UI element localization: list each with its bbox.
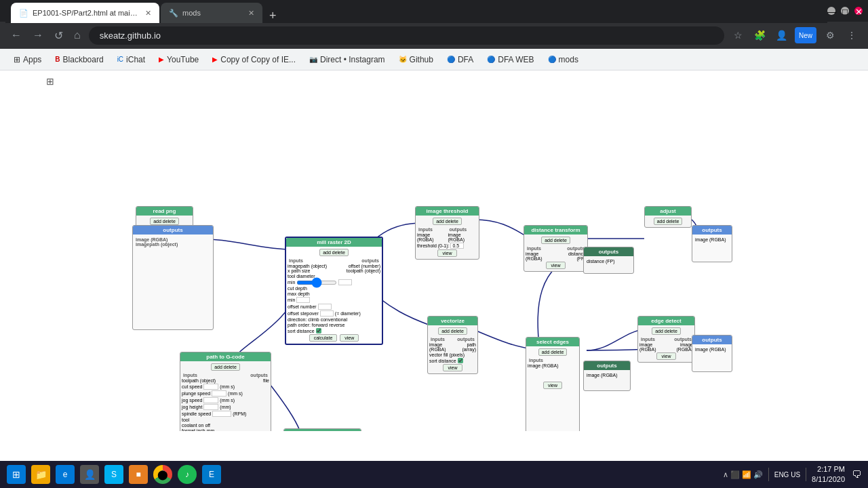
tab-close-icon-2[interactable]: ✕ — [248, 9, 254, 18]
extensions-icon[interactable]: 🧩 — [751, 27, 768, 43]
node-title-output-mid-right[interactable]: outputs — [692, 336, 732, 344]
node-title-output-top-right[interactable]: outputs — [692, 226, 732, 235]
read-png-add-delete-btn[interactable]: add delete — [150, 218, 179, 225]
notification-button[interactable]: 🗨 — [850, 468, 863, 481]
home-button[interactable]: ⌂ — [71, 26, 83, 44]
mill-min2-input[interactable] — [296, 297, 310, 303]
edge-button[interactable]: e — [54, 464, 76, 485]
node-title-dist-transform[interactable]: distance transform — [524, 226, 587, 235]
threshold-add-delete-btn[interactable]: add delete — [433, 218, 462, 225]
mill-sort-checkbox[interactable] — [316, 328, 321, 333]
tab-inactive[interactable]: 🔧 mods ✕ — [161, 3, 262, 23]
cut-speed-input[interactable] — [203, 384, 218, 390]
mill-raster-view-btn[interactable]: view — [340, 334, 359, 342]
dist-transform-view-btn[interactable]: view — [546, 262, 565, 269]
skype-button[interactable]: S — [103, 464, 125, 485]
tab-close-icon[interactable]: ✕ — [145, 9, 151, 18]
address-input[interactable] — [89, 26, 724, 45]
menu-icon[interactable]: ⋮ — [844, 27, 860, 43]
vectorize-sort-checkbox[interactable] — [458, 358, 463, 363]
node-output-top-right: outputs image (RGBA) — [692, 225, 732, 262]
new-tab-button[interactable]: + — [264, 9, 282, 23]
maximize-button[interactable]: □ — [841, 7, 849, 15]
vectorize-add-delete-btn[interactable]: add delete — [438, 327, 467, 335]
vectorize-view-btn[interactable]: view — [443, 364, 462, 371]
path-gcode-add-delete-btn[interactable]: add delete — [211, 363, 240, 371]
node-title-mill-raster[interactable]: mill raster 2D — [286, 238, 382, 247]
node-title-threshold[interactable]: image threshold — [416, 207, 479, 216]
grid-icon[interactable]: ⊞ — [46, 76, 54, 87]
jog-height-input[interactable] — [203, 404, 218, 410]
mill-raster-calc-btn[interactable]: calculate — [309, 334, 338, 342]
threshold-input[interactable] — [450, 243, 464, 249]
bookmark-dfaweb[interactable]: 🔵 DFA WEB — [481, 54, 539, 66]
threshold-view-btn[interactable]: view — [437, 249, 456, 257]
mill-raster-outputs: outputs offset (number) toolpath (object… — [347, 258, 380, 273]
node-title-read-png[interactable]: read png — [136, 207, 193, 216]
profile-icon[interactable]: 👤 — [773, 27, 789, 43]
jog-speed-input[interactable] — [203, 397, 218, 403]
node-title-edge-detect[interactable]: edge detect — [638, 317, 694, 325]
node-title-view-toolpath[interactable]: view toolpath — [284, 429, 361, 431]
tab-active[interactable]: 📄 EP1001-SP/Part2.html at main · ... ✕ — [11, 3, 159, 23]
node-title-adjust[interactable]: adjust — [645, 207, 691, 216]
mill-min-input[interactable] — [338, 279, 352, 285]
taskbar-app5-icon: ■ — [129, 465, 148, 484]
taskbar-app3[interactable]: 👤 — [79, 464, 100, 485]
bookmark-github[interactable]: 🐱 Github — [393, 54, 439, 66]
bookmark-ichat[interactable]: iC iChat — [112, 54, 151, 66]
close-button[interactable]: ✕ — [854, 7, 863, 15]
bookmark-blackboard[interactable]: B Blackboard — [50, 54, 108, 66]
forward-button[interactable]: → — [30, 26, 46, 44]
select-edges-add-delete-btn[interactable]: add delete — [538, 348, 568, 356]
dfaweb-icon: 🔵 — [487, 56, 495, 63]
bookmark-mods[interactable]: 🔵 mods — [542, 54, 584, 66]
coolant-on: on — [199, 423, 204, 428]
node-distance-transform: distance transform add delete inputs ima… — [524, 225, 588, 272]
bookmark-star-icon[interactable]: ☆ — [730, 27, 746, 43]
threshold-inputs: inputs image (RGBA) — [417, 226, 447, 242]
node-title-vectorize[interactable]: vectorize — [428, 317, 477, 325]
bookmark-youtube[interactable]: ▶ YouTube — [153, 54, 204, 66]
mill-offset-step-input[interactable] — [320, 310, 334, 317]
node-title-select-edges[interactable]: select edges — [526, 338, 579, 346]
bookmark-dfa[interactable]: 🔵 DFA — [441, 54, 479, 66]
edge-detect-view-btn[interactable]: view — [656, 352, 675, 360]
file-explorer-icon: 📁 — [31, 465, 50, 484]
vscode-button[interactable]: E — [201, 464, 222, 485]
start-button[interactable]: ⊞ — [5, 464, 27, 485]
node-large-left-title[interactable]: outputs — [133, 226, 213, 235]
settings-icon[interactable]: ⚙ — [822, 27, 838, 43]
bookmark-copy-ie[interactable]: ▶ Copy of Copy of IE... — [207, 54, 301, 66]
dfa-icon: 🔵 — [447, 56, 455, 63]
back-button[interactable]: ← — [8, 26, 24, 44]
chrome-button[interactable]: ⬤ — [152, 464, 174, 485]
taskbar-app5[interactable]: ■ — [127, 464, 149, 485]
mill-offset-label: offset number — [288, 304, 317, 309]
spindle-speed-input[interactable] — [212, 411, 231, 417]
coolant-label: coolant — [182, 423, 197, 428]
mill-min-slider[interactable] — [296, 281, 337, 285]
adjust-add-delete-btn[interactable]: add delete — [654, 218, 683, 225]
file-explorer-button[interactable]: 📁 — [30, 464, 52, 485]
mill-raster-add-delete-btn[interactable]: add delete — [319, 249, 349, 256]
dfaweb-label: DFA WEB — [498, 55, 534, 64]
vectorize-outputs: outputs path (array) — [456, 336, 476, 352]
mill-offset-input[interactable] — [318, 304, 332, 310]
dist-transform-add-delete-btn[interactable]: add delete — [541, 237, 570, 244]
bookmark-apps[interactable]: ⊞ Apps — [8, 54, 47, 66]
plunge-speed-input[interactable] — [212, 390, 226, 396]
bookmark-instagram[interactable]: 📷 Direct • Instagram — [304, 54, 391, 66]
node-title-path-gcode[interactable]: path to G-code — [180, 352, 271, 361]
select-edges-view-btn[interactable]: view — [543, 382, 562, 389]
node-title-output-select[interactable]: outputs — [584, 361, 630, 370]
edge-detect-add-delete-btn[interactable]: add delete — [652, 327, 681, 335]
minimize-button[interactable]: — — [827, 7, 835, 15]
node-title-output-adjust[interactable]: outputs — [584, 247, 633, 256]
tool-label: tool — [182, 418, 189, 422]
vectorize-sort-dist-label: sort distance — [429, 359, 456, 363]
reload-button[interactable]: ↺ — [52, 26, 66, 45]
mill-sort-label: sort distance — [288, 329, 315, 333]
spotify-button[interactable]: ♪ — [176, 464, 198, 485]
new-icon[interactable]: New — [795, 27, 816, 43]
